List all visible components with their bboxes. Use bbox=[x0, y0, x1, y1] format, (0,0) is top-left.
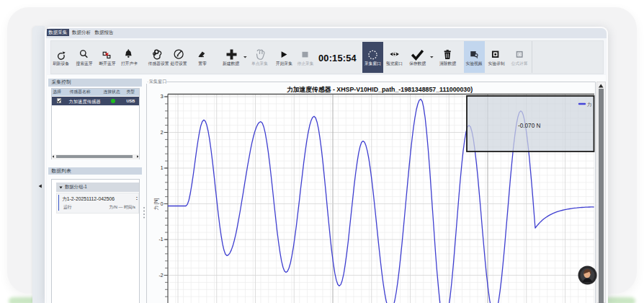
svg-text:0: 0 bbox=[161, 201, 164, 206]
svg-text:力: 力 bbox=[587, 102, 592, 107]
svg-text:-0.070 N: -0.070 N bbox=[518, 123, 540, 129]
svg-text:采集窗口: 采集窗口 bbox=[149, 79, 167, 84]
svg-text:2: 2 bbox=[161, 130, 164, 135]
svg-text:力 [N]: 力 [N] bbox=[153, 198, 159, 211]
svg-text:-2: -2 bbox=[158, 273, 163, 278]
svg-text:-1: -1 bbox=[158, 237, 163, 242]
svg-text:1: 1 bbox=[161, 165, 164, 170]
svg-text:力加速度传感器 - XHSP-V10HID_path_-19: 力加速度传感器 - XHSP-V10HID_path_-1981348857_1… bbox=[286, 86, 473, 93]
svg-text:3: 3 bbox=[161, 94, 164, 99]
